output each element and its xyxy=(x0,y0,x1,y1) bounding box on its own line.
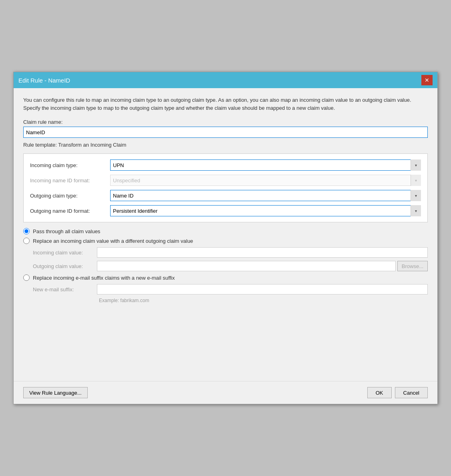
edit-rule-window: Edit Rule - NameID ✕ You can configure t… xyxy=(13,72,438,404)
incoming-claim-type-label: Incoming claim type: xyxy=(30,162,110,168)
claim-rule-name-label: Claim rule name: xyxy=(23,119,428,125)
replace-value-row: Replace an incoming claim value with a d… xyxy=(23,238,428,244)
incoming-name-id-format-select: Unspecified xyxy=(110,175,421,186)
replace-email-radio[interactable] xyxy=(23,274,30,281)
outgoing-name-id-format-select[interactable]: Persistent Identifier xyxy=(110,205,421,216)
incoming-name-id-format-wrapper: Unspecified ▾ xyxy=(110,175,421,186)
outgoing-claim-type-label: Outgoing claim type: xyxy=(30,193,110,199)
incoming-claim-value-input xyxy=(97,247,428,258)
replace-value-subfields: Incoming claim value: Outgoing claim val… xyxy=(33,247,428,271)
rule-template-label: Rule template: Transform an Incoming Cla… xyxy=(23,142,428,148)
outgoing-name-id-format-row: Outgoing name ID format: Persistent Iden… xyxy=(30,205,421,216)
description-text: You can configure this rule to map an in… xyxy=(23,96,428,112)
pass-through-radio[interactable] xyxy=(23,228,30,234)
incoming-name-id-format-row: Incoming name ID format: Unspecified ▾ xyxy=(30,175,421,186)
claim-rule-name-input[interactable] xyxy=(23,127,428,138)
window-title: Edit Rule - NameID xyxy=(18,77,70,84)
title-bar: Edit Rule - NameID ✕ xyxy=(14,72,437,88)
pass-through-row: Pass through all claim values xyxy=(23,228,428,234)
replace-email-row: Replace incoming e-mail suffix claims wi… xyxy=(23,274,428,281)
close-button[interactable]: ✕ xyxy=(421,75,433,85)
ok-button[interactable]: OK xyxy=(367,387,392,398)
footer-actions: OK Cancel xyxy=(367,387,428,398)
claim-form-section: Incoming claim type: UPN ▾ Incoming name… xyxy=(23,153,428,222)
outgoing-claim-type-row: Outgoing claim type: Name ID ▾ xyxy=(30,190,421,201)
outgoing-claim-value-label: Outgoing claim value: xyxy=(33,263,97,269)
email-subfields: New e-mail suffix: Example: fabrikam.com xyxy=(33,284,428,303)
dialog-content: You can configure this rule to map an in… xyxy=(14,88,437,381)
radio-section: Pass through all claim values Replace an… xyxy=(23,228,428,303)
incoming-claim-type-select[interactable]: UPN xyxy=(110,159,421,171)
dialog-footer: View Rule Language... OK Cancel xyxy=(14,381,437,404)
cancel-button[interactable]: Cancel xyxy=(395,387,428,398)
spacer xyxy=(23,309,428,373)
replace-value-label: Replace an incoming claim value with a d… xyxy=(33,238,193,244)
outgoing-name-id-format-label: Outgoing name ID format: xyxy=(30,208,110,214)
outgoing-claim-type-select[interactable]: Name ID xyxy=(110,190,421,201)
outgoing-claim-value-row: Outgoing claim value: Browse... xyxy=(33,261,428,271)
incoming-claim-type-row: Incoming claim type: UPN ▾ xyxy=(30,159,421,171)
email-hint: Example: fabrikam.com xyxy=(99,298,428,303)
outgoing-claim-value-input xyxy=(97,261,396,271)
browse-button: Browse... xyxy=(397,261,428,271)
pass-through-label: Pass through all claim values xyxy=(33,228,100,234)
replace-email-label: Replace incoming e-mail suffix claims wi… xyxy=(33,275,175,281)
new-email-suffix-label: New e-mail suffix: xyxy=(33,286,97,292)
outgoing-claim-type-wrapper: Name ID ▾ xyxy=(110,190,421,201)
replace-value-radio[interactable] xyxy=(23,238,30,244)
new-email-suffix-row: New e-mail suffix: xyxy=(33,284,428,294)
view-rule-language-button[interactable]: View Rule Language... xyxy=(23,387,88,398)
new-email-suffix-input xyxy=(97,284,428,294)
incoming-claim-value-row: Incoming claim value: xyxy=(33,247,428,258)
incoming-name-id-format-label: Incoming name ID format: xyxy=(30,177,110,184)
incoming-claim-type-wrapper: UPN ▾ xyxy=(110,159,421,171)
incoming-claim-value-label: Incoming claim value: xyxy=(33,250,97,256)
outgoing-name-id-format-wrapper: Persistent Identifier ▾ xyxy=(110,205,421,216)
